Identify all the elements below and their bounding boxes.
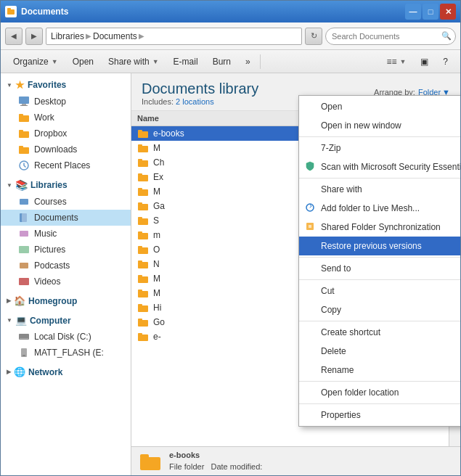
ctx-open[interactable]: Open	[299, 97, 460, 116]
sidebar-item-matt-flash[interactable]: MATT_FLASH (E:	[1, 345, 131, 361]
sidebar-group-libraries[interactable]: ▼ 📚 Libraries	[1, 176, 131, 194]
svg-rect-9	[19, 147, 29, 154]
toolbar-right: ≡≡ ▼ ▣ ?	[380, 52, 454, 71]
desktop-icon	[18, 96, 30, 107]
ctx-add-live-mesh[interactable]: Add folder to Live Mesh...	[299, 199, 460, 218]
ctx-open-folder-location[interactable]: Open folder location	[299, 383, 460, 402]
close-button[interactable]: ✕	[440, 4, 456, 20]
sidebar-item-desktop[interactable]: Desktop	[1, 94, 131, 110]
svg-rect-0	[7, 9, 15, 15]
maximize-button[interactable]: □	[423, 4, 438, 20]
podcasts-icon	[18, 260, 30, 271]
folder-icon	[137, 157, 149, 168]
preview-button[interactable]: ▣	[414, 52, 435, 71]
svg-rect-4	[20, 105, 28, 106]
burn-button[interactable]: Burn	[206, 52, 237, 71]
sidebar-item-courses[interactable]: Courses	[1, 194, 131, 210]
documents-icon	[18, 212, 30, 223]
local-disk-icon	[18, 331, 30, 342]
svg-rect-45	[138, 291, 148, 298]
svg-rect-35	[138, 218, 148, 225]
ctx-cut[interactable]: Cut	[299, 282, 460, 300]
organize-button[interactable]: Organize ▼	[7, 52, 65, 71]
ctx-properties[interactable]: Properties	[299, 406, 460, 424]
view-button[interactable]: ≡≡ ▼	[380, 52, 412, 71]
sidebar-item-local-disk[interactable]: Local Disk (C:)	[1, 329, 131, 345]
sidebar-item-videos[interactable]: Videos	[1, 274, 131, 290]
sidebar-group-favorites[interactable]: ▼ ★ Favorites	[1, 76, 131, 94]
sidebar-group-computer[interactable]: ▼ 💻 Computer	[1, 312, 131, 329]
minimize-button[interactable]: —	[405, 4, 421, 20]
search-wrapper: 🔍	[325, 28, 456, 45]
sidebar-item-pictures[interactable]: Pictures	[1, 242, 131, 258]
svg-rect-29	[138, 175, 148, 181]
sidebar-item-documents[interactable]: Documents	[1, 210, 131, 226]
sidebar-item-recent[interactable]: Recent Places	[1, 157, 131, 173]
sidebar-item-music[interactable]: Music	[1, 226, 131, 242]
open-button[interactable]: Open	[66, 52, 100, 71]
help-button[interactable]: ?	[436, 52, 454, 71]
ctx-delete[interactable]: Delete	[299, 342, 460, 361]
svg-rect-20	[20, 338, 28, 339]
homegroup-icon: 🏠	[14, 295, 25, 306]
email-button[interactable]: E-mail	[167, 52, 205, 71]
svg-rect-46	[138, 290, 142, 292]
folder-icon	[137, 302, 149, 313]
shield-icon	[305, 161, 317, 173]
sidebar-item-podcasts[interactable]: Podcasts	[1, 258, 131, 274]
sidebar-group-network[interactable]: ▶ 🌐 Network	[1, 364, 131, 380]
sync-icon	[305, 202, 317, 214]
breadcrumb-documents: Documents	[93, 31, 137, 41]
ctx-7zip[interactable]: 7-Zip ▶	[299, 139, 460, 157]
breadcrumb-libraries: Libraries	[51, 31, 84, 41]
star-icon: ★	[15, 79, 25, 91]
sidebar-group-homegroup[interactable]: ▶ 🏠 Homegroup	[1, 292, 131, 309]
svg-rect-7	[19, 131, 29, 138]
svg-rect-3	[22, 104, 26, 105]
videos-icon	[18, 276, 30, 287]
ctx-copy[interactable]: Copy	[299, 300, 460, 319]
ctx-open-new-window[interactable]: Open in new window	[299, 116, 460, 135]
toolbar: Organize ▼ Open Share with ▼ E-mail Burn…	[1, 50, 460, 73]
sidebar-item-work[interactable]: Work	[1, 110, 131, 126]
music-icon	[18, 228, 30, 239]
sidebar-item-dropbox[interactable]: Dropbox	[1, 126, 131, 141]
svg-rect-28	[138, 159, 142, 161]
ctx-rename[interactable]: Rename	[299, 361, 460, 379]
status-folder-icon	[139, 450, 162, 473]
back-button[interactable]: ◀	[5, 28, 23, 45]
status-text: e-books File folder Date modified:	[169, 450, 262, 472]
ctx-separator-5	[299, 321, 460, 321]
locations-link[interactable]: 2 locations	[176, 97, 214, 106]
folder-icon	[137, 331, 149, 342]
ctx-separator-7	[299, 403, 460, 404]
ctx-send-to[interactable]: Send to ▶	[299, 259, 460, 278]
svg-rect-16	[19, 246, 29, 253]
svg-rect-23	[138, 131, 148, 138]
properties-icon	[305, 409, 317, 421]
pictures-icon	[18, 244, 30, 255]
more-button[interactable]: »	[239, 52, 257, 71]
svg-rect-43	[138, 276, 148, 283]
window-icon	[5, 6, 17, 17]
ctx-shared-folder-sync[interactable]: Shared Folder Synchronization ▶	[299, 218, 460, 237]
svg-rect-51	[138, 335, 148, 341]
svg-rect-18	[19, 278, 29, 285]
svg-rect-24	[138, 130, 142, 132]
folder-icon	[137, 128, 149, 139]
content-area: Documents library Includes: 2 locations …	[131, 73, 460, 475]
ctx-share-with[interactable]: Share with ▶	[299, 180, 460, 199]
search-input[interactable]	[325, 28, 456, 45]
breadcrumb-sep-2: ▶	[139, 32, 144, 40]
svg-rect-5	[19, 115, 29, 122]
share-with-button[interactable]: Share with ▼	[102, 52, 166, 71]
ctx-scan[interactable]: Scan with Microsoft Security Essentials.…	[299, 157, 460, 176]
ctx-separator-1	[299, 136, 460, 137]
ctx-create-shortcut[interactable]: Create shortcut	[299, 323, 460, 342]
libraries-icon: 📚	[15, 179, 28, 191]
ctx-restore-versions[interactable]: Restore previous versions	[299, 237, 460, 255]
folder-icon	[137, 316, 149, 328]
sidebar-item-downloads[interactable]: Downloads	[1, 141, 131, 157]
refresh-button[interactable]: ↻	[305, 28, 322, 45]
forward-button[interactable]: ▶	[25, 28, 43, 45]
